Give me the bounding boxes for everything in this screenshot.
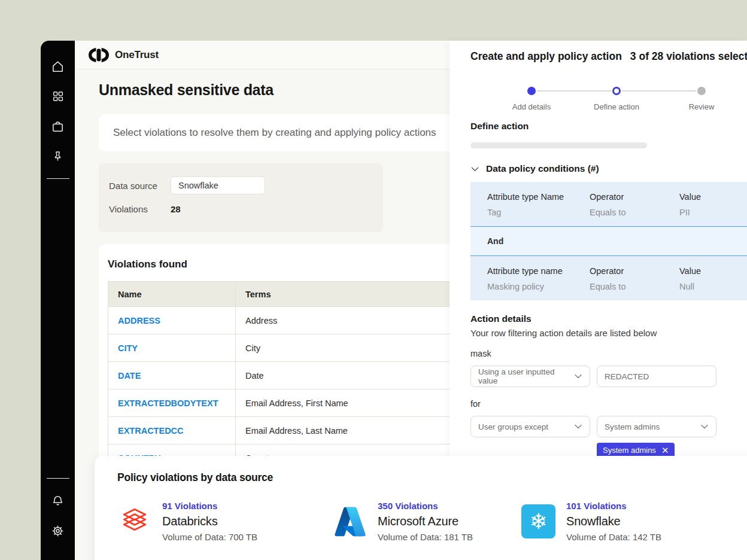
action-details-title: Action details	[470, 314, 747, 324]
mask-value-text: REDACTED	[605, 372, 649, 381]
violation-name-link[interactable]: CITY	[118, 343, 138, 353]
apps-icon[interactable]	[51, 89, 65, 104]
mask-value-input[interactable]: REDACTED	[597, 366, 716, 387]
step-dot-add-details[interactable]	[527, 87, 536, 95]
source-name: Snowflake	[566, 515, 661, 528]
operator-label: Operator	[590, 192, 679, 202]
instruction-banner: Select violations to resolve them by cre…	[99, 114, 450, 151]
column-header-terms: Terms	[236, 282, 450, 307]
column-header-name: Name	[108, 282, 236, 307]
define-action-heading: Define action	[470, 121, 747, 132]
step-dot-review[interactable]	[697, 87, 706, 95]
condition-row: Attribute type Name Operator Value Tag E…	[470, 182, 747, 226]
sidebar-divider	[47, 178, 69, 179]
chip-remove-icon[interactable]: ✕	[661, 446, 669, 455]
violations-count-link[interactable]: 350 Violations	[378, 501, 473, 511]
summary-title: Policy violations by data source	[117, 471, 747, 484]
operator-value: Equals to	[590, 208, 679, 217]
condition-connector: And	[470, 227, 747, 255]
conditions-section-toggle[interactable]: Data policy conditions (#)	[470, 163, 747, 174]
chevron-down-icon	[700, 422, 709, 431]
panel-title: Create and apply policy action	[470, 50, 622, 63]
violation-name-link[interactable]: ADDRESS	[118, 316, 160, 325]
violations-count-link[interactable]: 101 Violations	[566, 501, 661, 511]
source-volume: Volume of Data: 181 TB	[378, 532, 473, 542]
notifications-icon[interactable]	[51, 494, 65, 508]
table-row: CITY City	[108, 334, 450, 362]
pinned-icon[interactable]	[51, 149, 65, 163]
main-body: Unmasked sensitive data Select violation…	[75, 69, 450, 478]
violations-table: Name Terms ADDRESS Address CITY City	[108, 281, 450, 472]
source-card-snowflake: ❄ 101 Violations Snowflake Volume of Dat…	[521, 501, 661, 542]
attribute-type-value: Masking policy	[487, 282, 590, 291]
violation-terms: Email Address, Last Name	[245, 426, 348, 436]
violation-terms: Address	[245, 316, 277, 325]
top-bar: OneTrust	[75, 41, 450, 69]
table-row: ADDRESS Address	[108, 307, 450, 334]
operator-label: Operator	[590, 266, 679, 276]
source-card-azure: 350 Violations Microsoft Azure Volume of…	[333, 501, 521, 542]
selection-summary: 3 of 28 violations selected	[630, 50, 747, 63]
settings-icon[interactable]	[51, 524, 65, 538]
group-method-dropdown[interactable]: User groups except	[470, 416, 590, 437]
violation-name-link[interactable]: DATE	[118, 371, 141, 381]
value-label: Value	[679, 192, 747, 202]
violation-name-link[interactable]: EXTRACTEDBODYTEXT	[118, 398, 218, 408]
violations-card: Violations found Name Terms ADDRESS Addr…	[99, 244, 450, 478]
violations-label: Violations	[109, 204, 161, 214]
attribute-type-label: Attribute type name	[487, 266, 590, 276]
table-row: EXTRACTEDBODYTEXT Email Address, First N…	[108, 389, 450, 417]
projects-icon[interactable]	[51, 119, 65, 133]
source-name: Databricks	[162, 515, 257, 528]
violation-name-link[interactable]: EXTRACTEDCC	[118, 426, 184, 436]
stepper-line	[537, 90, 611, 92]
conditions-title: Data policy conditions (#)	[486, 163, 599, 174]
data-source-input[interactable]: Snowflake	[171, 176, 265, 194]
chevron-down-icon	[574, 372, 582, 381]
databricks-icon	[117, 504, 151, 538]
source-volume: Volume of Data: 700 TB	[162, 532, 257, 542]
page-title: Unmasked sensitive data	[99, 81, 450, 99]
group-value-dropdown[interactable]: System admins	[597, 416, 716, 437]
group-method-value: User groups except	[478, 422, 548, 431]
attribute-type-value: Tag	[487, 208, 590, 217]
stepper-line	[622, 90, 696, 92]
violation-terms: Date	[245, 371, 264, 381]
mask-method-value: Using a user inputted value	[478, 367, 574, 385]
policy-violations-summary-card: Policy violations by data source 91 Viol…	[95, 456, 747, 560]
sidebar-divider-bottom	[47, 478, 69, 479]
group-value-text: System admins	[605, 422, 660, 431]
action-details-subtitle: Your row filtering action details are li…	[470, 328, 747, 338]
violation-terms: Email Address, First Name	[245, 398, 348, 408]
onetrust-logo-icon	[89, 48, 109, 62]
condition-row: Attribute type name Operator Value Maski…	[470, 256, 747, 300]
step-dot-define-action[interactable]	[612, 87, 621, 95]
value-value: PII	[679, 208, 747, 217]
source-volume: Volume of Data: 142 TB	[566, 532, 661, 542]
violations-count-link[interactable]: 91 Violations	[162, 501, 257, 511]
table-row: EXTRACTEDCC Email Address, Last Name	[108, 417, 450, 445]
chevron-down-icon	[574, 422, 582, 431]
value-value: Null	[679, 282, 747, 291]
attribute-type-label: Attribute type Name	[487, 192, 590, 202]
home-icon[interactable]	[51, 59, 65, 74]
stepper: Add details Define action Review	[470, 83, 734, 118]
step-label-define-action: Define action	[578, 102, 655, 111]
violations-count: 28	[171, 204, 181, 214]
source-card-databricks: 91 Violations Databricks Volume of Data:…	[117, 501, 333, 542]
chip-label: System admins	[603, 446, 656, 455]
chevron-down-icon	[470, 165, 479, 174]
snowflake-icon: ❄	[521, 504, 555, 538]
step-label-add-details: Add details	[493, 102, 570, 111]
table-row: DATE Date	[108, 362, 450, 389]
mask-method-dropdown[interactable]: Using a user inputted value	[470, 366, 590, 387]
operator-value: Equals to	[590, 282, 679, 291]
violation-terms: City	[245, 343, 260, 353]
source-name: Microsoft Azure	[378, 515, 473, 528]
brand-name: OneTrust	[115, 49, 159, 61]
step-label-review: Review	[663, 102, 740, 111]
filter-card: Data source Snowflake Violations 28	[99, 163, 383, 232]
conditions-box: Attribute type Name Operator Value Tag E…	[470, 182, 747, 300]
horizontal-scrollbar[interactable]	[470, 142, 647, 148]
value-label: Value	[679, 266, 747, 276]
